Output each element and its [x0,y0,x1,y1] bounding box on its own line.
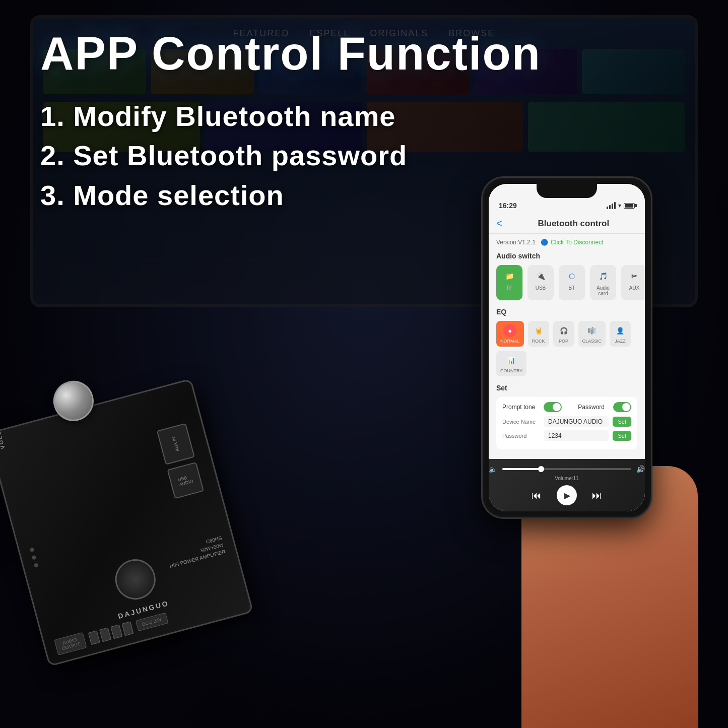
country-label: COUNTRY [500,368,522,373]
next-button[interactable]: ⏭ [592,490,602,501]
status-time: 16:29 [499,202,517,210]
device-name-set-button[interactable]: Set [613,417,631,427]
disconnect-label: Click To Disconnect [551,239,603,246]
version-text: Version:V1.2.1 [496,239,536,246]
normal-label: NORMAL [500,339,520,344]
audio-switch-row: 📁 TF 🔌 USB ⬡ BT 🎵 Audio card [496,265,637,300]
feature-item-2: 2. Set Bluetooth password [40,136,407,175]
eq-row: ● NORMAL 🤘 ROCK 🎧 POP 🎼 CLASSIC [496,321,637,376]
volume-thumb [538,466,544,472]
prompt-tone-toggle[interactable] [544,402,562,412]
audiocard-icon: 🎵 [596,269,610,283]
device-name-value: DAJUNGUO AUDIO [544,416,609,427]
password-value: 1234 [544,430,609,441]
audio-btn-aux[interactable]: ✂ AUX [621,265,645,300]
pcb-speaker [111,555,160,604]
volume-slider[interactable] [502,468,631,470]
feature-item-3: 3. Mode selection [40,176,407,215]
audio-btn-audiocard[interactable]: 🎵 Audio card [590,265,616,300]
classic-icon: 🎼 [585,324,599,337]
volume-max-icon: 🔊 [636,465,645,473]
jazz-icon: 👤 [614,324,627,337]
eq-title: EQ [496,308,637,316]
pcb-leds [30,547,39,568]
player-controls: ⏮ ▶ ⏭ [489,485,645,505]
device-name-label: Device Name [502,419,540,425]
classic-label: CLASSIC [582,339,602,344]
audio-btn-usb[interactable]: 🔌 USB [527,265,554,300]
signal-bars [607,202,616,209]
password-toggle[interactable] [613,402,631,412]
app-header: < Bluetooth control [489,214,645,234]
eq-btn-normal[interactable]: ● NORMAL [496,321,524,347]
page-title: APP Control Function [40,30,541,77]
pop-label: POP [559,339,568,344]
audio-switch-title: Audio switch [496,252,637,260]
phone-container: 16:29 ▾ < Bluetooth contr [481,176,703,728]
version-row: Version:V1.2.1 🔵 Click To Disconnect [496,239,637,246]
volume-min-icon: 🔈 [489,465,497,473]
country-icon: 📊 [505,354,518,367]
bluetooth-icon: 🔵 [541,239,548,246]
eq-btn-pop[interactable]: 🎧 POP [553,321,574,347]
play-icon: ▶ [564,491,570,500]
aux-in-port: AUX IN [157,423,195,465]
audiocard-label: Audio card [596,285,610,296]
volume-row: 🔈 🔊 [489,465,645,473]
prev-button[interactable]: ⏮ [532,490,542,501]
audio-btn-tf[interactable]: 📁 TF [496,265,522,300]
rock-icon: 🤘 [532,324,545,337]
pop-icon: 🎧 [557,324,570,337]
device-name-row: Device Name DAJUNGUO AUDIO Set [502,416,631,427]
aux-icon: ✂ [627,269,641,283]
app-title: Bluetooth control [510,219,637,229]
terminal-blocks [88,621,134,645]
phone-frame: 16:29 ▾ < Bluetooth contr [481,176,652,519]
pcb-specs: C60HS 50W+50W HIFI POWER AMPLIFIER [165,535,226,570]
eq-btn-rock[interactable]: 🤘 ROCK [528,321,549,347]
set-section: Prompt tone Password Device Name DAJUNGU… [496,397,637,449]
audio-output-connector: AUDIOOUTPUT [54,632,87,655]
dc-voltage-connector: DC:5-24V [136,613,168,631]
password-label: Password [502,433,540,439]
app-body: Version:V1.2.1 🔵 Click To Disconnect Aud… [489,234,645,460]
eq-btn-classic[interactable]: 🎼 CLASSIC [578,321,606,347]
set-title: Set [496,384,637,392]
phone-notch [537,184,597,198]
battery-icon [624,203,635,209]
tf-icon: 📁 [502,269,516,283]
music-player: 🔈 🔊 Volume:11 ⏮ ▶ ⏭ [489,459,645,511]
bt-icon: ⬡ [565,269,579,283]
normal-icon: ● [503,324,516,337]
usb-label: USB [536,285,546,291]
aux-label: AUX [629,285,640,291]
wifi-icon: ▾ [618,202,621,209]
prompt-tone-row: Prompt tone Password [502,402,631,412]
password-toggle-label: Password [578,404,605,411]
audio-btn-bt[interactable]: ⬡ BT [559,265,585,300]
bt-label: BT [569,285,575,291]
features-list: 1. Modify Bluetooth name 2. Set Bluetoot… [40,97,407,215]
password-set-button[interactable]: Set [613,431,631,441]
prompt-tone-label: Prompt tone [502,404,535,411]
pcb-board: VOLUME AUX IN USBAUDIO C60HS 50W+50W HIF… [0,378,253,667]
password-row: Password 1234 Set [502,430,631,441]
eq-btn-country[interactable]: 📊 COUNTRY [496,351,526,376]
rock-label: ROCK [532,339,545,344]
tf-label: TF [506,285,512,291]
volume-label: Volume:11 [489,476,645,481]
phone-screen: 16:29 ▾ < Bluetooth contr [489,184,645,511]
status-icons: ▾ [607,202,635,209]
eq-btn-jazz[interactable]: 👤 JAZZ [610,321,631,347]
usb-port: USBAUDIO [167,462,204,499]
usb-icon: 🔌 [534,269,548,283]
disconnect-button[interactable]: 🔵 Click To Disconnect [541,239,603,246]
play-button[interactable]: ▶ [557,485,577,505]
back-button[interactable]: < [496,218,502,229]
jazz-label: JAZZ [615,339,626,344]
feature-item-1: 1. Modify Bluetooth name [40,97,407,136]
